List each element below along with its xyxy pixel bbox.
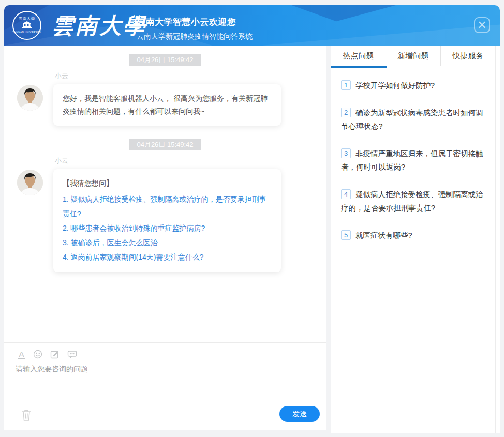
sender-name: 小云 <box>55 71 298 81</box>
suggested-question-link[interactable]: 2. 哪些患者会被收治到特殊的重症监护病房? <box>63 221 272 235</box>
university-seal-building-icon <box>21 21 33 31</box>
suggested-question-link[interactable]: 1. 疑似病人拒绝接受检疫、强制隔离或治疗的，是否要承担刑事责任? <box>63 192 272 221</box>
hot-question-item[interactable]: 4疑似病人拒绝接受检疫、强制隔离或治疗的，是否要承担刑事责任? <box>341 188 485 215</box>
hot-question-item[interactable]: 2确诊为新型冠状病毒感染患者时如何调节心理状态? <box>341 106 485 133</box>
hot-question-item[interactable]: 5就医症状有哪些? <box>341 229 485 242</box>
comment-icon[interactable] <box>67 350 77 359</box>
question-text: 疑似病人拒绝接受检疫、强制隔离或治疗的，是否要承担刑事责任? <box>341 190 483 212</box>
bot-avatar <box>17 170 43 195</box>
faq-panel: 热点问题 新增问题 快捷服务 1学校开学如何做好防护? 2确诊为新型冠状病毒感染… <box>331 46 500 433</box>
page-title: 云南大学智慧小云欢迎您 <box>137 16 253 28</box>
hot-question-item[interactable]: 3非疫情严重地区归来，但属于密切接触者，何时可以返岗? <box>341 147 485 174</box>
bot-message-bubble: 您好，我是智能客服机器人小云， 很高兴为您服务，有关新冠肺炎疫情的相关问题，有什… <box>53 84 281 126</box>
question-number-badge: 4 <box>341 189 351 199</box>
page-subtitle: 云南大学新冠肺炎疫情智能问答系统 <box>137 32 253 41</box>
sender-name: 小云 <box>55 156 298 165</box>
question-number-badge: 1 <box>341 80 351 90</box>
question-number-badge: 5 <box>341 230 351 240</box>
bot-message-text: 您好，我是智能客服机器人小云， 很高兴为您服务，有关新冠肺炎疫情的相关问题，有什… <box>63 94 268 115</box>
header: 雲南大學 YUNNAN UNIVERSITY 雲南大學 云南大学智慧小云欢迎您 … <box>4 5 500 46</box>
faq-tabbar: 热点问题 新增问题 快捷服务 <box>331 46 495 66</box>
tab-quick-services[interactable]: 快捷服务 <box>441 46 495 66</box>
suggestion-intro: 【我猜您想问】 <box>63 177 272 190</box>
message-input[interactable]: 请输入您要咨询的问题 <box>16 365 326 374</box>
message-timestamp: 04月26日 15:49:42 <box>129 139 201 150</box>
clear-trash-icon[interactable] <box>21 409 32 424</box>
active-tab-underline <box>331 66 387 68</box>
bot-message: 小云 您好，我是智能客服机器人小云， 很高兴为您服务，有关新冠肺炎疫情的相关问题… <box>4 71 326 126</box>
question-text: 就医症状有哪些? <box>355 231 412 239</box>
tab-hot-questions[interactable]: 热点问题 <box>331 46 386 66</box>
seal-en-text: YUNNAN UNIVERSITY <box>12 31 41 34</box>
question-text: 学校开学如何做好防护? <box>355 81 435 89</box>
hot-question-list: 1学校开学如何做好防护? 2确诊为新型冠状病毒感染患者时如何调节心理状态? 3非… <box>331 66 500 242</box>
font-style-icon[interactable]: A <box>18 350 25 359</box>
composer: A 请输入您要咨询的问题 <box>4 342 326 430</box>
bot-avatar <box>17 85 43 111</box>
question-text: 确诊为新型冠状病毒感染患者时如何调节心理状态? <box>341 109 483 130</box>
chat-panel: 04月26日 15:49:42 小云 您好，我是智能客服机器人小云， 很高兴为您… <box>4 46 326 430</box>
edit-icon[interactable] <box>50 350 60 359</box>
bot-message-bubble: 【我猜您想问】 1. 疑似病人拒绝接受检疫、强制隔离或治疗的，是否要承担刑事责任… <box>53 169 281 272</box>
question-number-badge: 3 <box>341 148 351 158</box>
question-text: 非疫情严重地区归来，但属于密切接触者，何时可以返岗? <box>341 149 483 171</box>
message-timestamp: 04月26日 15:49:42 <box>129 54 201 66</box>
tab-new-questions[interactable]: 新增问题 <box>386 46 440 66</box>
university-seal-logo: 雲南大學 YUNNAN UNIVERSITY <box>12 11 41 40</box>
close-icon[interactable]: ✕ <box>474 17 490 33</box>
seal-cn-text: 雲南大學 <box>19 17 35 21</box>
question-number-badge: 2 <box>341 108 351 117</box>
faq-scrollbar[interactable] <box>495 46 500 433</box>
suggested-question-link[interactable]: 3. 被确诊后，医生会怎么医治 <box>63 235 272 250</box>
bot-message: 小云 【我猜您想问】 1. 疑似病人拒绝接受检疫、强制隔离或治疗的，是否要承担刑… <box>4 156 326 272</box>
emoji-icon[interactable] <box>33 350 42 359</box>
suggested-question-link[interactable]: 4. 返岗前居家观察期间(14天)需要注意什么? <box>63 250 272 264</box>
send-button[interactable]: 发送 <box>279 406 320 422</box>
hot-question-item[interactable]: 1学校开学如何做好防护? <box>341 79 485 92</box>
chat-history[interactable]: 04月26日 15:49:42 小云 您好，我是智能客服机器人小云， 很高兴为您… <box>4 46 326 342</box>
university-calligraphy-wordmark: 雲南大學 <box>52 11 147 40</box>
